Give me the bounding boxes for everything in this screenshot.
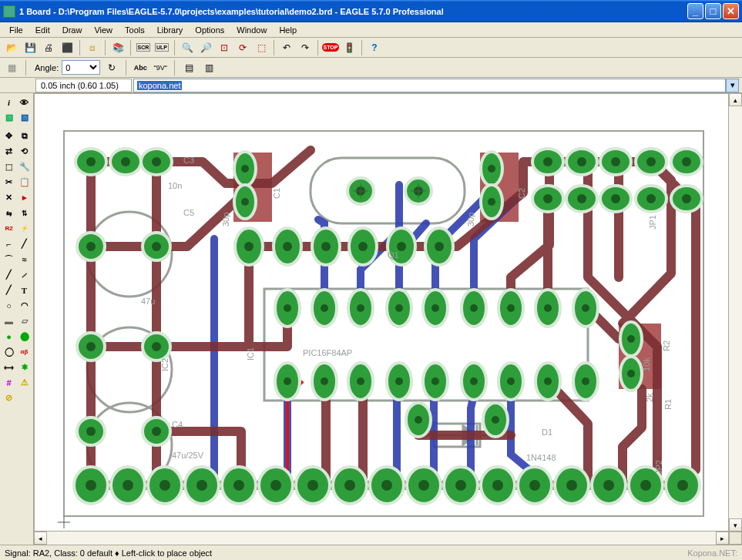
- meander-tool[interactable]: ≈: [17, 252, 32, 267]
- horizontal-scrollbar[interactable]: ◂ ▸: [34, 531, 742, 545]
- help-button[interactable]: ?: [366, 39, 383, 56]
- go-button[interactable]: 🚦: [341, 39, 358, 56]
- scroll-right-button[interactable]: ▸: [716, 531, 729, 545]
- zoom-select-icon: ⬚: [257, 42, 266, 53]
- pinswap-tool[interactable]: ⇆: [2, 206, 16, 220]
- grid-button[interactable]: ▦: [3, 59, 20, 76]
- errors-tool[interactable]: ⊘: [2, 391, 16, 405]
- floppy-icon: 💾: [25, 42, 36, 53]
- paste-tool[interactable]: 📋: [17, 175, 32, 189]
- show-tool[interactable]: 👁: [17, 95, 32, 109]
- print-button[interactable]: 🖨: [40, 39, 57, 56]
- cut-tool[interactable]: ✂: [2, 175, 16, 189]
- change-tool[interactable]: 🔧: [17, 159, 32, 174]
- attribute-tool[interactable]: αβ: [17, 344, 32, 359]
- mark-icon: ▧: [21, 112, 29, 122]
- mark-tool[interactable]: ▧: [17, 110, 32, 125]
- svg-point-130: [470, 377, 478, 385]
- zoom-in-button[interactable]: 🔍: [179, 39, 196, 56]
- cam-button[interactable]: ⬛: [59, 39, 76, 56]
- optimize-tool[interactable]: ⌒: [2, 252, 16, 267]
- save-button[interactable]: 💾: [22, 39, 39, 56]
- menu-options[interactable]: Options: [189, 24, 230, 36]
- minimize-button[interactable]: _: [687, 3, 703, 19]
- open-button[interactable]: 📂: [3, 39, 20, 56]
- scroll-track[interactable]: [729, 106, 742, 518]
- folder-icon: 📂: [6, 42, 18, 53]
- menu-window[interactable]: Window: [230, 24, 273, 36]
- script-button[interactable]: SCR: [135, 39, 152, 56]
- info-tool[interactable]: i: [2, 95, 16, 109]
- layout2-button[interactable]: ▥: [200, 59, 217, 76]
- zoom-out-button[interactable]: 🔎: [197, 39, 214, 56]
- menu-help[interactable]: Help: [273, 24, 303, 36]
- dimension-tool[interactable]: ⟷: [2, 360, 16, 374]
- coord-display: 0.05 inch (0.60 1.05): [35, 79, 132, 92]
- add-tool[interactable]: ▸: [17, 190, 32, 205]
- copy-tool[interactable]: ⧉: [17, 129, 32, 143]
- scroll-track[interactable]: [47, 531, 716, 545]
- menu-draw[interactable]: Draw: [56, 24, 89, 36]
- menu-library[interactable]: Library: [151, 24, 190, 36]
- route-tool[interactable]: ╱: [2, 267, 16, 282]
- menu-view[interactable]: View: [88, 24, 119, 36]
- command-input[interactable]: kopona.net: [133, 79, 726, 92]
- miter-tool[interactable]: ⌐: [2, 236, 16, 251]
- auto-tool[interactable]: #: [2, 375, 16, 390]
- split-tool[interactable]: ╱: [17, 236, 32, 251]
- angle-select[interactable]: 0: [62, 60, 100, 75]
- close-button[interactable]: ✕: [723, 3, 739, 19]
- stop-button[interactable]: STOP: [322, 39, 339, 56]
- polygon-tool[interactable]: ▱: [17, 314, 32, 328]
- pcb-canvas[interactable]: C3 10n C5 47u IC2 C4 47u/25V C1 30p 30p …: [34, 93, 729, 531]
- lock-tool[interactable]: R2: [2, 221, 16, 236]
- value-icon: "9V": [154, 64, 167, 72]
- layout1-button[interactable]: ▤: [180, 59, 197, 76]
- move-tool[interactable]: ✥: [2, 129, 16, 143]
- via-tool[interactable]: ●: [2, 329, 16, 344]
- signal-tool[interactable]: ⬤: [17, 329, 32, 344]
- spin-button[interactable]: ↻: [103, 59, 120, 76]
- redo-button[interactable]: ↷: [297, 39, 314, 56]
- zoom-select-button[interactable]: ⬚: [253, 39, 270, 56]
- text-tool[interactable]: T: [17, 283, 32, 297]
- scroll-up-button[interactable]: ▴: [729, 93, 742, 106]
- zoom-redraw-button[interactable]: ⟳: [234, 39, 251, 56]
- mirror-tool[interactable]: ⇄: [2, 144, 16, 159]
- hole-tool[interactable]: ◯: [2, 344, 16, 359]
- zoom-fit-button[interactable]: ⊡: [216, 39, 233, 56]
- smash-tool[interactable]: ⚡: [17, 221, 32, 236]
- menu-tools[interactable]: Tools: [119, 24, 151, 36]
- rotate-tool[interactable]: ⟲: [17, 144, 32, 159]
- scroll-left-button[interactable]: ◂: [34, 531, 47, 545]
- ratsnest-tool[interactable]: ✱: [17, 360, 32, 374]
- text-button[interactable]: Abc: [132, 59, 149, 76]
- menu-edit[interactable]: Edit: [29, 24, 56, 36]
- arc-tool[interactable]: ◠: [17, 298, 32, 313]
- command-dropdown[interactable]: ▾: [726, 79, 739, 92]
- library-button[interactable]: 📚: [109, 39, 126, 56]
- erc-tool[interactable]: ⚠: [17, 375, 32, 390]
- value-button[interactable]: "9V": [152, 59, 169, 76]
- delete-tool[interactable]: ✕: [2, 190, 16, 205]
- replace-tool[interactable]: ⇅: [17, 206, 32, 220]
- group-tool[interactable]: ⬚: [2, 159, 16, 174]
- scroll-down-button[interactable]: ▾: [729, 518, 742, 531]
- svg-point-99: [152, 242, 161, 251]
- grid-icon: ▦: [8, 62, 16, 73]
- svg-point-148: [455, 480, 466, 491]
- ulp-button[interactable]: ULP: [153, 39, 170, 56]
- wire-tool[interactable]: ╱: [2, 283, 16, 297]
- display-tool[interactable]: ▧: [2, 110, 16, 125]
- ripup-tool[interactable]: ⟋: [17, 267, 32, 282]
- maximize-button[interactable]: □: [705, 3, 721, 19]
- schematic-button[interactable]: ⧈: [84, 39, 101, 56]
- circle-tool[interactable]: ○: [2, 298, 16, 313]
- vertical-scrollbar[interactable]: ▴ ▾: [729, 93, 742, 531]
- undo-button[interactable]: ↶: [278, 39, 295, 56]
- menu-file[interactable]: File: [3, 24, 29, 36]
- layers-icon: ▧: [5, 112, 13, 122]
- rect-tool[interactable]: ▬: [2, 314, 16, 328]
- eye-icon: 👁: [20, 98, 29, 107]
- schematic-icon: ⧈: [89, 42, 96, 53]
